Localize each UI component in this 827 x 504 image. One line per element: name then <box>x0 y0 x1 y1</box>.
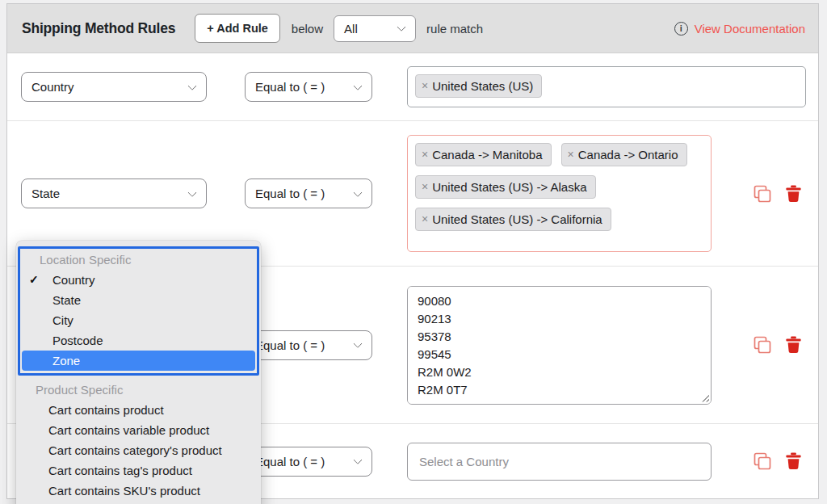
dropdown-item-label: Country <box>52 273 95 287</box>
country-search-input[interactable] <box>407 443 712 481</box>
below-label: below <box>292 22 323 36</box>
tag-chip[interactable]: × Canada -> Ontario <box>561 143 687 166</box>
chevron-down-icon <box>397 23 405 32</box>
postcode-value-wrap: 90080 90213 95378 99545 R2M 0W2 R2M 0T7 <box>407 286 712 405</box>
dropdown-item-cart-contains-sku-product[interactable]: Cart contains SKU's product <box>16 481 261 501</box>
tag-label: Canada -> Ontario <box>578 148 678 162</box>
chevron-down-icon <box>187 81 196 90</box>
dropdown-item-cart-contains-category-product[interactable]: Cart contains category's product <box>16 440 261 460</box>
tag-label: United States (US) <box>432 79 533 93</box>
field-select[interactable]: Country <box>21 72 207 102</box>
state-value-field[interactable]: × Canada -> Manitoba × Canada -> Ontario… <box>407 135 712 252</box>
delete-rule-icon[interactable] <box>784 335 803 355</box>
chevron-down-icon <box>353 456 362 464</box>
postcode-value-textarea[interactable]: 90080 90213 95378 99545 R2M 0W2 R2M 0T7 <box>407 286 712 405</box>
rule-match-select[interactable]: All <box>334 15 416 42</box>
dropdown-item-label: Cart contains product <box>48 403 164 417</box>
dropdown-item-label: City <box>52 313 73 327</box>
dropdown-item-cart-contains-variable-product[interactable]: Cart contains variable product <box>16 420 261 440</box>
dropdown-item-label: Cart contains SKU's product <box>48 484 200 498</box>
duplicate-rule-icon[interactable] <box>752 334 773 355</box>
view-documentation-link[interactable]: View Documentation <box>695 22 805 36</box>
field-select-value: State <box>31 187 60 200</box>
operator-select-value: Equal to ( = ) <box>255 338 325 352</box>
dropdown-item-label: Postcode <box>52 334 103 347</box>
row-actions <box>752 183 803 204</box>
operator-select[interactable]: Equal to ( = ) <box>245 178 372 208</box>
dropdown-item-label: Cart contains category's product <box>48 443 222 457</box>
field-dropdown-menu: Location Specific ✓ Country State City P… <box>16 241 261 504</box>
operator-select-value: Equal to ( = ) <box>255 80 325 94</box>
tag-chip[interactable]: × United States (US) <box>415 74 542 98</box>
tag-chip[interactable]: × United States (US) -> California <box>415 208 611 231</box>
delete-rule-icon[interactable] <box>784 452 803 471</box>
field-select[interactable]: State <box>21 178 207 208</box>
remove-tag-icon[interactable]: × <box>422 149 428 160</box>
dropdown-item-country[interactable]: ✓ Country <box>20 270 257 290</box>
dropdown-item-state[interactable]: State <box>20 290 257 310</box>
dropdown-group-label: Product Specific <box>16 380 261 400</box>
info-icon: i <box>674 22 688 36</box>
operator-select-value: Equal to ( = ) <box>255 455 325 468</box>
remove-tag-icon[interactable]: × <box>568 149 574 160</box>
chevron-down-icon <box>353 187 362 196</box>
rule-match-label: rule match <box>426 22 483 36</box>
remove-tag-icon[interactable]: × <box>422 213 428 225</box>
page-title: Shipping Method Rules <box>22 20 175 37</box>
chevron-down-icon <box>353 339 362 348</box>
remove-tag-icon[interactable]: × <box>422 181 428 192</box>
remove-tag-icon[interactable]: × <box>422 80 428 91</box>
tag-label: United States (US) -> California <box>432 212 602 226</box>
tag-chip[interactable]: × United States (US) -> Alaska <box>415 175 596 199</box>
dropdown-item-label: Cart contains variable product <box>48 423 209 437</box>
check-icon: ✓ <box>29 270 39 290</box>
add-rule-button[interactable]: + Add Rule <box>195 14 280 43</box>
dropdown-item-label: Zone <box>52 354 80 368</box>
tag-chip[interactable]: × Canada -> Manitoba <box>415 143 552 166</box>
dropdown-item-cart-contains-product[interactable]: Cart contains product <box>16 400 261 420</box>
dropdown-item-cart-contains-tag-product[interactable]: Cart contains tag's product <box>16 460 261 481</box>
row-actions <box>752 334 803 355</box>
chevron-down-icon <box>353 81 362 90</box>
operator-select[interactable]: Equal to ( = ) <box>245 330 372 360</box>
field-select-value: Country <box>31 80 74 94</box>
dropdown-item-zone[interactable]: Zone <box>22 351 255 371</box>
dropdown-item-label: Cart contains tag's product <box>48 464 192 477</box>
dropdown-item-city[interactable]: City <box>20 310 257 330</box>
row-actions <box>752 451 803 472</box>
operator-select[interactable]: Equal to ( = ) <box>245 72 372 102</box>
dropdown-item-label: State <box>52 293 81 307</box>
dropdown-group-label: Location Specific <box>20 250 257 270</box>
dropdown-focus-ring: Location Specific ✓ Country State City P… <box>18 246 259 376</box>
chevron-down-icon <box>187 187 196 196</box>
operator-select[interactable]: Equal to ( = ) <box>245 447 372 477</box>
operator-select-value: Equal to ( = ) <box>255 187 325 200</box>
tag-label: Canada -> Manitoba <box>432 148 542 162</box>
dropdown-item-postcode[interactable]: Postcode <box>20 330 257 351</box>
country-value-field[interactable]: × United States (US) <box>407 66 806 107</box>
rule-match-select-value: All <box>344 22 358 36</box>
duplicate-rule-icon[interactable] <box>752 451 773 472</box>
rule-row-country: Country Equal to ( = ) × United States (… <box>7 53 818 121</box>
delete-rule-icon[interactable] <box>784 184 803 204</box>
panel-header: Shipping Method Rules + Add Rule below A… <box>7 4 818 53</box>
tag-label: United States (US) -> Alaska <box>432 180 586 194</box>
duplicate-rule-icon[interactable] <box>752 183 773 204</box>
